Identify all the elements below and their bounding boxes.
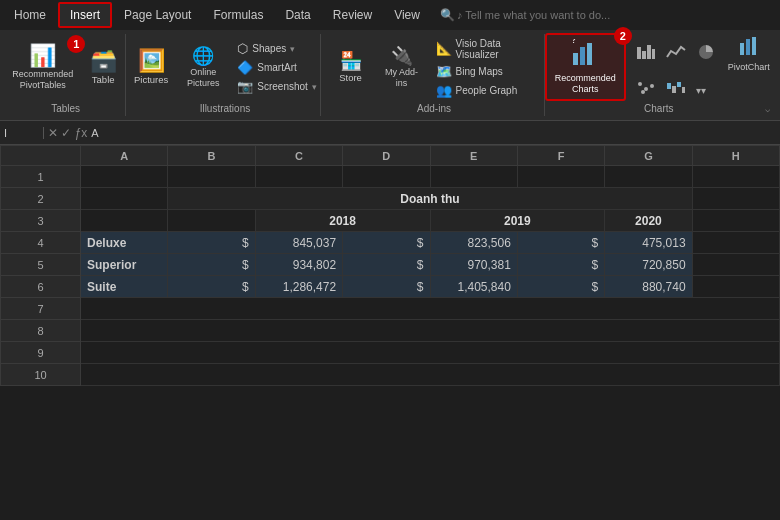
col-header-b[interactable]: B — [168, 146, 255, 166]
tell-me-input[interactable] — [457, 9, 776, 21]
recommended-charts-button[interactable]: 2 ? RecommendedCharts — [545, 33, 626, 101]
cell-row9[interactable] — [81, 342, 780, 364]
cell-h4[interactable] — [692, 232, 779, 254]
my-addins-icon: 🔌 — [391, 47, 413, 65]
screenshot-icon: 📷 — [237, 79, 253, 94]
bing-maps-button[interactable]: 🗺️ Bing Maps — [433, 63, 538, 80]
grid-table: A B C D E F G H 1 — [0, 145, 780, 386]
line-chart-button[interactable] — [664, 41, 688, 67]
row-num-7: 7 — [1, 298, 81, 320]
tab-bar: Home Insert Page Layout Formulas Data Re… — [0, 0, 780, 30]
col-header-f[interactable]: F — [517, 146, 604, 166]
scatter-chart-button[interactable] — [634, 79, 658, 101]
row-num-6: 6 — [1, 276, 81, 298]
cell-h1[interactable] — [692, 166, 779, 188]
cell-row10[interactable] — [81, 364, 780, 386]
cell-b4[interactable]: $ — [168, 232, 255, 254]
shapes-button[interactable]: ⬡ Shapes ▾ — [234, 40, 320, 57]
cell-e1[interactable] — [430, 166, 517, 188]
cell-c6[interactable]: 1,286,472 — [255, 276, 342, 298]
tab-home[interactable]: Home — [4, 4, 56, 26]
table-button[interactable]: 🗃️ Table — [83, 48, 123, 87]
col-header-d[interactable]: D — [343, 146, 430, 166]
pie-chart-button[interactable] — [694, 41, 718, 67]
cell-b6[interactable]: $ — [168, 276, 255, 298]
row-num-2: 2 — [1, 188, 81, 210]
table-row: 7 — [1, 298, 780, 320]
svg-point-11 — [638, 82, 642, 86]
cell-b3[interactable] — [168, 210, 255, 232]
cell-a3[interactable] — [81, 210, 168, 232]
my-addins-button[interactable]: 🔌 My Add-ins — [377, 45, 427, 91]
tab-formulas[interactable]: Formulas — [203, 4, 273, 26]
col-header-c[interactable]: C — [255, 146, 342, 166]
cell-a5[interactable]: Superior — [81, 254, 168, 276]
group-charts-label: Charts — [553, 103, 765, 114]
more-charts-button[interactable]: ▾▾ — [694, 83, 708, 98]
cell-g5[interactable]: 720,850 — [605, 254, 692, 276]
recommended-pivot-button[interactable]: 1 📊 RecommendedPivotTables — [8, 43, 77, 93]
tab-insert[interactable]: Insert — [58, 2, 112, 28]
cell-d4[interactable]: $ — [343, 232, 430, 254]
pivotchart-button[interactable]: PivotChart — [724, 33, 774, 75]
formula-bar: I ✕ ✓ ƒx A — [0, 121, 780, 145]
cell-a6[interactable]: Suite — [81, 276, 168, 298]
cell-e4[interactable]: 823,506 — [430, 232, 517, 254]
cell-b1[interactable] — [168, 166, 255, 188]
col-header-a[interactable]: A — [81, 146, 168, 166]
smartart-button[interactable]: 🔷 SmartArt — [234, 59, 320, 76]
cell-c5[interactable]: 934,802 — [255, 254, 342, 276]
cell-g1[interactable] — [605, 166, 692, 188]
cell-f4[interactable]: $ — [517, 232, 604, 254]
online-pictures-button[interactable]: 🌐 OnlinePictures — [178, 45, 228, 91]
cell-a1[interactable] — [81, 166, 168, 188]
cell-e3[interactable]: 2019 — [430, 210, 605, 232]
bar-chart-button[interactable] — [634, 41, 658, 67]
online-pictures-label: OnlinePictures — [187, 67, 220, 89]
cell-c1[interactable] — [255, 166, 342, 188]
cell-row8[interactable] — [81, 320, 780, 342]
svg-rect-7 — [652, 49, 655, 59]
cell-e6[interactable]: 1,405,840 — [430, 276, 517, 298]
cell-f6[interactable]: $ — [517, 276, 604, 298]
cell-d5[interactable]: $ — [343, 254, 430, 276]
screenshot-button[interactable]: 📷 Screenshot ▾ — [234, 78, 320, 95]
cell-b5[interactable]: $ — [168, 254, 255, 276]
cell-h3[interactable] — [692, 210, 779, 232]
people-graph-button[interactable]: 👥 People Graph — [433, 82, 538, 99]
cell-c4[interactable]: 845,037 — [255, 232, 342, 254]
row-num-10: 10 — [1, 364, 81, 386]
cell-a2[interactable] — [81, 188, 168, 210]
cell-h2[interactable] — [692, 188, 779, 210]
cell-g6[interactable]: 880,740 — [605, 276, 692, 298]
pictures-button[interactable]: 🖼️ Pictures — [130, 48, 172, 87]
cell-g4[interactable]: 475,013 — [605, 232, 692, 254]
col-header-g[interactable]: G — [605, 146, 692, 166]
svg-rect-17 — [677, 82, 681, 87]
cell-e5[interactable]: 970,381 — [430, 254, 517, 276]
visio-button[interactable]: 📐 Visio Data Visualizer — [433, 37, 538, 61]
tab-view[interactable]: View — [384, 4, 430, 26]
cell-h5[interactable] — [692, 254, 779, 276]
table-row: 10 — [1, 364, 780, 386]
tab-review[interactable]: Review — [323, 4, 382, 26]
cell-b2[interactable]: Doanh thu — [168, 188, 692, 210]
store-button[interactable]: 🏪 Store — [331, 50, 371, 85]
group-tables: 1 📊 RecommendedPivotTables 🗃️ Table Tabl… — [6, 34, 126, 116]
tab-page-layout[interactable]: Page Layout — [114, 4, 201, 26]
col-header-e[interactable]: E — [430, 146, 517, 166]
cell-f1[interactable] — [517, 166, 604, 188]
col-header-h[interactable]: H — [692, 146, 779, 166]
charts-expand-button[interactable]: ⌵ — [765, 104, 770, 114]
tab-data[interactable]: Data — [275, 4, 320, 26]
row-num-9: 9 — [1, 342, 81, 364]
waterfall-chart-button[interactable] — [664, 79, 688, 101]
cell-d6[interactable]: $ — [343, 276, 430, 298]
cell-h6[interactable] — [692, 276, 779, 298]
cell-c3[interactable]: 2018 — [255, 210, 430, 232]
cell-a4[interactable]: Deluxe — [81, 232, 168, 254]
cell-f5[interactable]: $ — [517, 254, 604, 276]
cell-row7[interactable] — [81, 298, 780, 320]
cell-d1[interactable] — [343, 166, 430, 188]
cell-g3[interactable]: 2020 — [605, 210, 692, 232]
